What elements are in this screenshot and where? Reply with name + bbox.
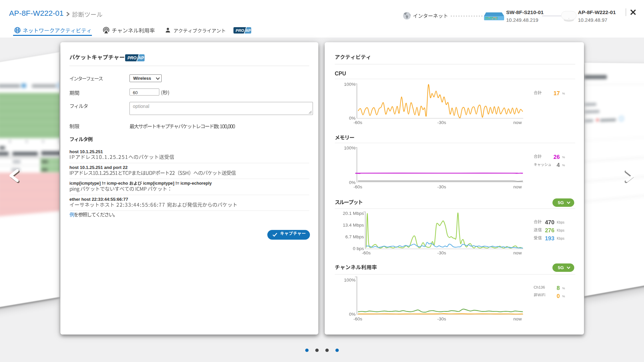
svg-text:AP: AP [138, 56, 144, 60]
svg-text:PRO: PRO [236, 28, 244, 33]
svg-text:AP: AP [246, 28, 251, 33]
svg-text:PRO: PRO [127, 56, 137, 60]
